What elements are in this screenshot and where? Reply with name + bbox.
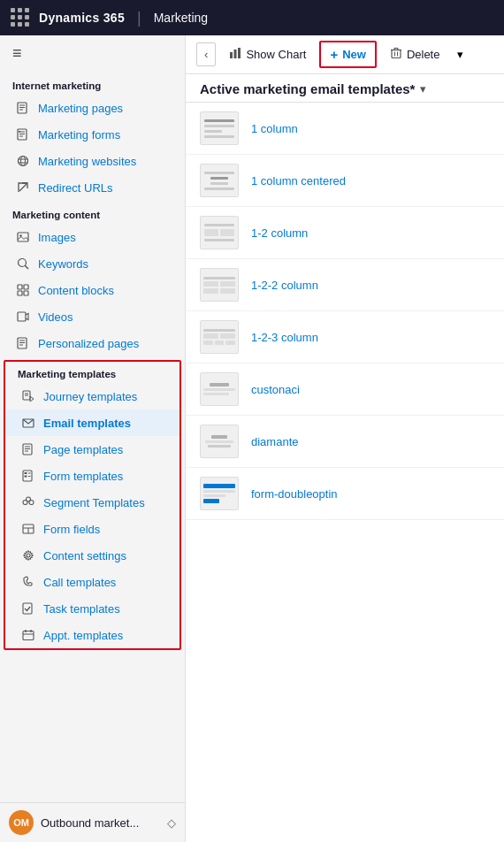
content-blocks-icon	[16, 283, 30, 297]
personalized-pages-icon	[16, 336, 30, 350]
svg-rect-39	[25, 476, 27, 478]
list-item[interactable]: 1-2-2 column	[186, 259, 504, 311]
list-item[interactable]: form-doubleoptin	[186, 468, 504, 520]
sidebar-item-appt-templates[interactable]: Appt. templates	[5, 622, 179, 648]
template-name: 1 column centered	[251, 174, 346, 188]
svg-rect-48	[23, 603, 32, 614]
sidebar-item-form-templates[interactable]: Form templates	[5, 463, 179, 489]
app-launcher-icon[interactable]	[11, 8, 30, 27]
svg-line-17	[25, 265, 28, 269]
svg-point-10	[21, 157, 26, 166]
view-title-row: Active marketing email templates* ▾	[186, 74, 504, 103]
sidebar-item-marketing-forms[interactable]: Marketing forms	[0, 121, 185, 148]
svg-rect-19	[24, 285, 28, 289]
template-name: 1 column	[251, 122, 298, 135]
delete-label: Delete	[407, 48, 440, 61]
appt-templates-label: Appt. templates	[43, 629, 123, 642]
outbound-market-button[interactable]: OM Outbound market... ◇	[0, 802, 185, 842]
outbound-market-label: Outbound market...	[41, 816, 139, 830]
task-templates-icon	[21, 601, 35, 616]
list-item[interactable]: diamante	[186, 416, 504, 468]
sidebar-item-journey-templates[interactable]: Journey templates	[5, 383, 179, 410]
templates-list: 1 column 1 column centered	[186, 103, 504, 842]
content-settings-icon	[21, 548, 35, 563]
segment-templates-icon	[21, 495, 35, 509]
view-title: Active marketing email templates*	[200, 81, 415, 96]
top-bar-divider: |	[137, 9, 141, 27]
top-bar: Dynamics 365 | Marketing	[0, 0, 504, 35]
appt-templates-icon	[21, 628, 35, 642]
svg-point-47	[27, 554, 30, 557]
svg-rect-53	[230, 52, 233, 58]
form-fields-icon	[21, 522, 35, 536]
new-icon: +	[330, 47, 338, 62]
toolbar-dropdown-button[interactable]: ▾	[453, 42, 468, 66]
sidebar-item-task-templates[interactable]: Task templates	[5, 595, 179, 622]
delete-icon	[390, 47, 402, 62]
marketing-websites-icon	[16, 154, 30, 168]
sidebar-item-videos[interactable]: Videos	[0, 303, 185, 330]
svg-rect-8	[19, 131, 20, 133]
svg-rect-18	[18, 285, 22, 289]
show-chart-icon	[229, 47, 241, 62]
form-templates-icon	[21, 469, 35, 483]
call-templates-label: Call templates	[43, 576, 116, 589]
sidebar-item-marketing-pages[interactable]: Marketing pages	[0, 95, 185, 121]
svg-rect-54	[234, 50, 237, 58]
list-item[interactable]: 1 column	[186, 103, 504, 155]
sidebar-item-form-fields[interactable]: Form fields	[5, 516, 179, 542]
call-templates-icon	[21, 575, 35, 589]
email-templates-label: Email templates	[43, 417, 131, 430]
svg-line-13	[19, 184, 27, 191]
list-item[interactable]: 1-2 column	[186, 207, 504, 259]
sidebar-item-content-blocks[interactable]: Content blocks	[0, 277, 185, 303]
template-thumbnail	[200, 425, 239, 458]
list-item[interactable]: custonaci	[186, 364, 504, 416]
show-chart-button[interactable]: Show Chart	[219, 42, 316, 67]
sidebar-item-segment-templates[interactable]: Segment Templates	[5, 489, 179, 516]
new-button[interactable]: + New	[319, 41, 377, 68]
sidebar-item-content-settings[interactable]: Content settings	[5, 542, 179, 569]
marketing-templates-section: Marketing templates Journey templates Em…	[4, 360, 181, 650]
personalized-pages-label: Personalized pages	[38, 337, 139, 350]
template-thumbnail	[200, 320, 239, 354]
sidebar-item-personalized-pages[interactable]: Personalized pages	[0, 330, 185, 356]
svg-rect-49	[23, 632, 34, 640]
template-name: 1-2 column	[251, 226, 308, 240]
list-item[interactable]: 1 column centered	[186, 155, 504, 207]
svg-marker-30	[30, 396, 34, 402]
sidebar-item-images[interactable]: Images	[0, 224, 185, 250]
svg-point-9	[19, 157, 28, 166]
content-blocks-label: Content blocks	[38, 284, 114, 297]
view-title-chevron-icon[interactable]: ▾	[420, 82, 426, 96]
delete-button[interactable]: Delete	[380, 42, 450, 67]
sidebar-item-page-templates[interactable]: Page templates	[5, 436, 179, 463]
content-settings-label: Content settings	[43, 549, 126, 563]
sidebar: ≡ Internet marketing Marketing pages Mar…	[0, 35, 186, 842]
svg-rect-55	[238, 48, 241, 58]
marketing-pages-icon	[16, 101, 30, 115]
template-thumbnail	[200, 372, 239, 406]
videos-icon	[16, 310, 30, 324]
images-label: Images	[38, 231, 76, 244]
hamburger-button[interactable]: ≡	[0, 35, 185, 72]
sidebar-item-keywords[interactable]: Keywords	[0, 250, 185, 277]
svg-rect-21	[24, 291, 28, 295]
template-name: diamante	[251, 435, 298, 448]
sidebar-item-redirect-urls[interactable]: Redirect URLs	[0, 174, 185, 201]
sidebar-item-marketing-websites[interactable]: Marketing websites	[0, 148, 185, 174]
svg-rect-56	[392, 50, 401, 58]
page-templates-label: Page templates	[43, 443, 123, 456]
sidebar-item-call-templates[interactable]: Call templates	[5, 569, 179, 595]
toolbar: ‹ Show Chart + New Delete ▾	[186, 35, 504, 74]
main-content: ‹ Show Chart + New Delete ▾	[186, 35, 504, 842]
sidebar-item-email-templates[interactable]: Email templates	[5, 410, 179, 436]
template-thumbnail	[200, 268, 239, 302]
list-item[interactable]: 1-2-3 column	[186, 311, 504, 364]
svg-point-43	[27, 497, 31, 501]
svg-rect-14	[18, 233, 28, 241]
journey-templates-label: Journey templates	[43, 390, 137, 403]
back-button[interactable]: ‹	[196, 42, 216, 66]
app-title: Dynamics 365	[39, 11, 125, 25]
show-chart-label: Show Chart	[246, 48, 306, 61]
